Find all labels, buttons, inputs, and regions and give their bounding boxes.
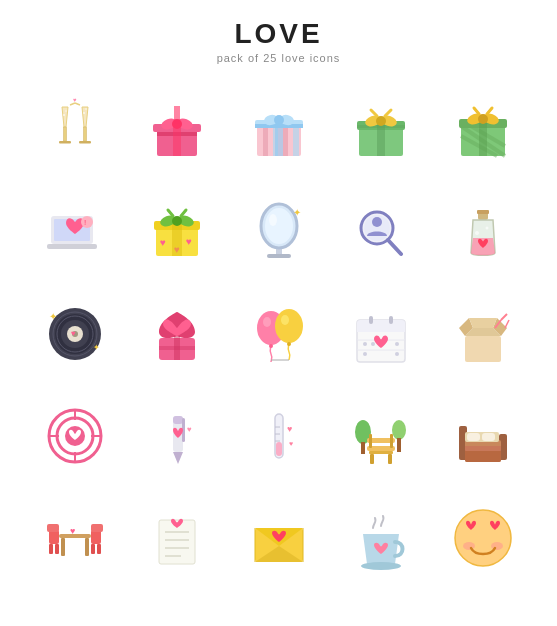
svg-point-49: [478, 114, 488, 124]
svg-line-10: [70, 103, 75, 105]
svg-text:♥: ♥: [186, 236, 192, 247]
icon-search-person: [331, 182, 431, 282]
svg-text:♥: ♥: [187, 425, 192, 434]
svg-rect-54: [47, 244, 97, 249]
svg-point-98: [275, 309, 303, 343]
icon-heart-box: [127, 284, 227, 384]
svg-text:♥: ♥: [70, 526, 75, 536]
svg-rect-105: [357, 328, 405, 332]
svg-rect-170: [97, 544, 101, 554]
svg-point-97: [263, 317, 271, 327]
svg-point-55: [81, 216, 93, 228]
icon-gift-hearts: ♥ ♥ ♥: [127, 182, 227, 282]
svg-rect-5: [79, 141, 91, 144]
icon-park-bench: [331, 386, 431, 486]
svg-rect-164: [49, 530, 59, 544]
svg-rect-152: [390, 434, 393, 448]
icon-gift-red: [127, 80, 227, 180]
svg-rect-163: [85, 538, 89, 556]
svg-line-51: [487, 108, 492, 114]
svg-rect-165: [49, 544, 53, 554]
svg-point-6: [63, 114, 65, 116]
svg-point-65: [172, 216, 182, 226]
svg-point-38: [376, 116, 386, 126]
icon-coffee-heart: [331, 488, 431, 588]
page-title: LOVE: [217, 18, 341, 50]
svg-rect-20: [174, 106, 180, 124]
svg-point-99: [281, 315, 289, 325]
svg-text:♥: ♥: [289, 440, 293, 447]
svg-point-102: [287, 342, 291, 346]
svg-rect-24: [283, 126, 288, 156]
svg-rect-158: [482, 433, 495, 441]
page-subtitle: pack of 25 love icons: [217, 52, 341, 64]
svg-rect-136: [276, 442, 282, 456]
svg-rect-69: [267, 254, 291, 258]
svg-rect-106: [369, 316, 373, 324]
icon-champagne: ♥: [25, 80, 125, 180]
svg-rect-107: [389, 316, 393, 324]
icon-balloons: [229, 284, 329, 384]
svg-text:✦: ✦: [93, 343, 100, 352]
svg-marker-0: [62, 107, 68, 127]
svg-text:♥: ♥: [73, 97, 77, 103]
svg-point-71: [265, 208, 293, 244]
icon-potion: [433, 182, 533, 282]
svg-rect-167: [47, 524, 59, 532]
svg-rect-28: [275, 120, 283, 156]
svg-line-122: [505, 320, 509, 328]
svg-point-81: [485, 227, 488, 230]
icon-vinyl: ♥ ✦ ✦: [25, 284, 125, 384]
svg-rect-166: [55, 544, 59, 554]
svg-marker-3: [82, 107, 88, 127]
svg-line-121: [501, 314, 507, 320]
icon-test-tube: ♥ ♥: [229, 386, 329, 486]
svg-point-31: [274, 115, 284, 125]
svg-rect-160: [465, 446, 501, 451]
svg-line-11: [75, 103, 80, 105]
svg-line-40: [385, 110, 391, 116]
svg-marker-119: [469, 318, 497, 328]
svg-rect-157: [467, 433, 480, 441]
svg-line-50: [474, 108, 479, 114]
svg-rect-145: [397, 438, 401, 452]
svg-line-67: [181, 210, 186, 216]
svg-rect-168: [91, 530, 101, 544]
svg-point-80: [475, 231, 479, 235]
svg-rect-131: [173, 416, 183, 424]
icon-bed: [433, 386, 533, 486]
svg-rect-95: [159, 346, 195, 350]
svg-text:♥: ♥: [287, 424, 292, 434]
svg-text:✦: ✦: [49, 311, 57, 322]
svg-point-9: [85, 108, 87, 110]
icon-target-heart: [25, 386, 125, 486]
svg-point-114: [395, 352, 399, 356]
icon-love-letter-scroll: [127, 488, 227, 588]
svg-point-183: [361, 562, 401, 570]
svg-point-72: [269, 214, 277, 226]
svg-text:✦: ✦: [293, 207, 301, 218]
svg-line-39: [371, 110, 377, 116]
svg-rect-2: [59, 141, 71, 144]
icon-laptop-heart: !: [25, 182, 125, 282]
svg-point-187: [491, 542, 503, 550]
svg-marker-132: [173, 452, 183, 464]
svg-rect-4: [83, 127, 86, 141]
svg-line-77: [388, 240, 401, 254]
svg-text:♥: ♥: [160, 237, 166, 248]
svg-line-66: [168, 210, 173, 216]
svg-point-112: [395, 342, 399, 346]
icon-emoji-love: [433, 488, 533, 588]
icons-grid: ♥: [25, 80, 533, 588]
svg-rect-82: [477, 210, 489, 214]
svg-rect-162: [61, 538, 65, 556]
svg-point-111: [371, 342, 375, 346]
icon-gift-green: [331, 80, 431, 180]
page-header: LOVE pack of 25 love icons: [217, 0, 341, 64]
svg-rect-149: [388, 454, 392, 464]
svg-rect-143: [361, 442, 365, 454]
svg-rect-1: [63, 127, 66, 141]
svg-rect-148: [370, 454, 374, 464]
svg-text:!: !: [84, 218, 86, 227]
icon-dining-table: ♥: [25, 488, 125, 588]
